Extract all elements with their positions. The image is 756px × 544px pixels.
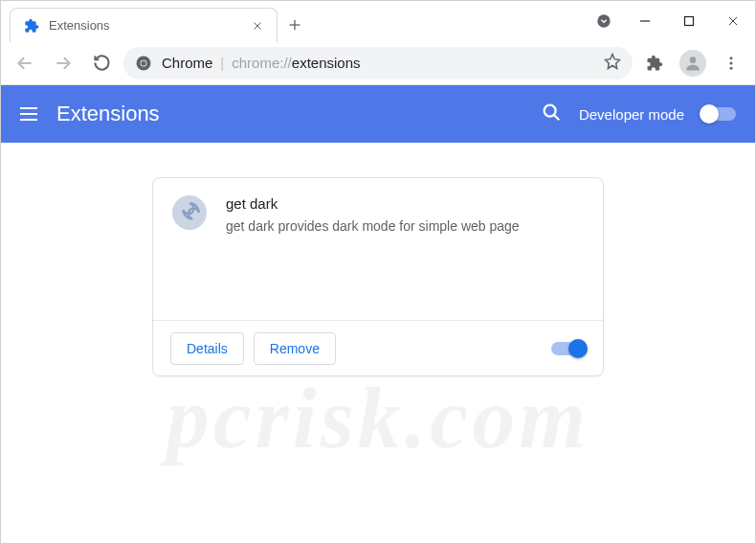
extension-name: get dark	[226, 195, 584, 212]
kebab-menu-icon[interactable]	[715, 47, 747, 79]
minimize-window-button[interactable]	[623, 2, 667, 40]
details-button[interactable]: Details	[170, 332, 244, 365]
extensions-content: get dark get dark provides dark mode for…	[1, 143, 755, 543]
developer-mode-label: Developer mode	[579, 106, 684, 123]
browser-toolbar: Chrome | chrome://extensions	[1, 41, 755, 85]
remove-button[interactable]: Remove	[254, 332, 336, 365]
address-bar[interactable]: Chrome | chrome://extensions	[123, 47, 633, 79]
back-button[interactable]	[9, 47, 41, 79]
close-window-button[interactable]	[711, 2, 755, 40]
svg-point-18	[545, 105, 556, 117]
svg-point-15	[730, 57, 733, 59]
close-tab-icon[interactable]	[250, 18, 265, 34]
developer-mode-toggle[interactable]	[701, 107, 736, 121]
reload-button[interactable]	[85, 47, 118, 79]
svg-point-4	[597, 14, 610, 27]
profile-avatar[interactable]	[677, 47, 709, 79]
url-text: Chrome | chrome://extensions	[162, 55, 361, 71]
chrome-icon	[135, 55, 152, 72]
tab-title: Extensions	[49, 18, 240, 33]
bookmark-star-icon[interactable]	[604, 53, 621, 74]
media-control-icon[interactable]	[585, 2, 623, 40]
extension-card: get dark get dark provides dark mode for…	[152, 177, 604, 376]
maximize-window-button[interactable]	[667, 2, 711, 40]
extensions-header: Extensions Developer mode	[1, 85, 755, 143]
svg-line-19	[554, 115, 559, 120]
svg-point-14	[690, 57, 697, 63]
svg-rect-6	[685, 17, 694, 26]
extension-icon	[172, 195, 207, 230]
hamburger-menu-icon[interactable]	[20, 107, 37, 121]
browser-tab[interactable]: Extensions	[10, 8, 278, 42]
new-tab-button[interactable]	[281, 11, 308, 38]
extension-enable-toggle[interactable]	[551, 342, 586, 355]
extensions-puzzle-icon[interactable]	[638, 47, 671, 79]
search-icon[interactable]	[541, 102, 562, 126]
svg-point-17	[730, 66, 733, 69]
puzzle-piece-icon	[24, 18, 39, 34]
svg-point-16	[730, 61, 733, 64]
svg-point-13	[141, 60, 145, 65]
page-title: Extensions	[56, 102, 160, 126]
extension-description: get dark provides dark mode for simple w…	[226, 217, 584, 237]
window-titlebar: Extensions	[1, 1, 755, 41]
forward-button[interactable]	[47, 47, 79, 79]
